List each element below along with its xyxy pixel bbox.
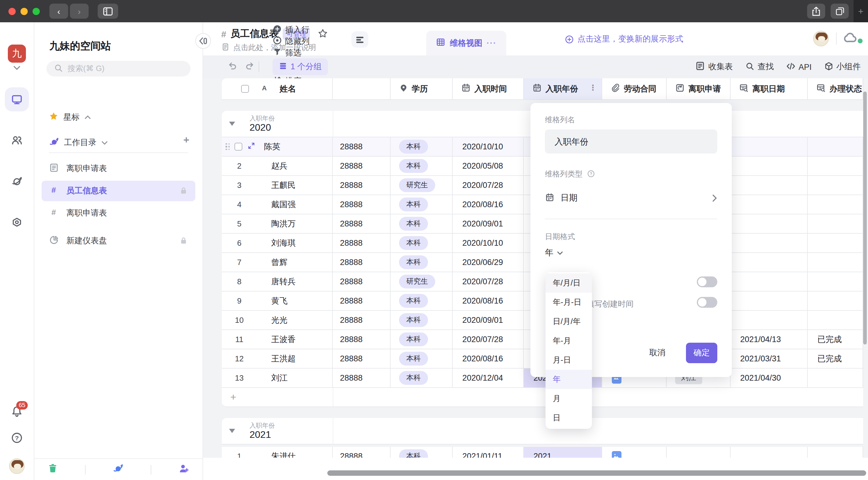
back-icon[interactable]: ‹ — [50, 4, 68, 19]
user-avatar[interactable] — [9, 458, 25, 474]
dropdown-option-年-月[interactable]: 年-月 — [546, 331, 592, 350]
space-switch-chevron-icon[interactable] — [13, 66, 21, 70]
invite-member-icon[interactable] — [178, 463, 189, 476]
sidebar-item-1[interactable]: #员工信息表 — [41, 181, 195, 201]
view-list-icon[interactable] — [351, 31, 368, 47]
trash-icon[interactable] — [48, 463, 58, 476]
date-format-select[interactable]: 年 — [545, 247, 563, 259]
close-window-button[interactable] — [8, 7, 16, 15]
field-name-input[interactable]: 入职年份 — [545, 130, 717, 153]
toolbar-收集表-button[interactable]: 收集表 — [695, 61, 733, 73]
select-all-checkbox[interactable] — [241, 85, 249, 93]
education-tag: 本科 — [399, 255, 428, 269]
toolbar-hide-field-button[interactable]: 隐藏列 — [273, 36, 328, 47]
column-header-入职时间[interactable]: 入职时间 — [453, 78, 524, 100]
column-header-离职日期[interactable]: 离职日期 — [731, 78, 808, 100]
dropdown-option-年/月/日[interactable]: 年/月/日 — [546, 273, 592, 293]
row-number: 10 — [222, 316, 257, 324]
drag-handle-icon[interactable] — [225, 143, 230, 150]
column-header-劳动合同[interactable]: 劳动合同 — [602, 78, 667, 100]
rail-workbench-icon[interactable] — [5, 87, 29, 111]
collapse-group-icon[interactable] — [229, 429, 235, 433]
toolbar-plus-circle-button[interactable]: 插入行 — [273, 24, 328, 36]
add-node-button[interactable]: + — [183, 134, 189, 146]
datasheet-hash-icon: # — [221, 29, 226, 39]
group-header-2021[interactable]: 入职年份 2021 — [222, 418, 863, 444]
column-header-blank[interactable] — [333, 78, 391, 100]
column-menu-dots-icon[interactable]: ⋮ — [589, 83, 597, 92]
confirm-button[interactable]: 确定 — [686, 343, 717, 363]
toolbar-查找-button[interactable]: 查找 — [745, 61, 774, 73]
cancel-button[interactable]: 取消 — [641, 343, 674, 363]
sidebar-item-0[interactable]: 离职申请表 — [41, 159, 195, 179]
sidebar-item-3[interactable]: 新建仪表盘 — [41, 231, 195, 251]
dropdown-option-月-日[interactable]: 月-日 — [546, 350, 592, 370]
dropdown-option-年-月-日[interactable]: 年-月-日 — [546, 293, 592, 312]
cell-leave-date: 2021/03/31 — [731, 349, 808, 368]
collapse-group-icon[interactable] — [229, 122, 235, 126]
sidebar-item-2[interactable]: #离职申请表 — [41, 203, 195, 224]
template-planet-icon[interactable] — [113, 463, 124, 476]
new-tab-icon[interactable]: + — [854, 0, 868, 22]
cell-hire-date: 2020/08/16 — [453, 195, 524, 214]
help-icon[interactable]: ? — [11, 432, 23, 446]
add-row-button[interactable]: + — [222, 388, 863, 407]
cell-status — [808, 447, 863, 458]
toolbar-group-button[interactable]: 1 个分组 — [273, 59, 328, 75]
notifications-bell-icon[interactable]: 65 — [11, 405, 23, 420]
tab-grid-view[interactable]: 维格视图 ··· — [426, 31, 506, 56]
cell-leave-date — [731, 292, 808, 310]
share-window-icon[interactable] — [807, 4, 825, 19]
link-field-icon — [675, 83, 685, 95]
dropdown-option-日[interactable]: 日 — [546, 408, 592, 427]
toolbar-小组件-button[interactable]: 小组件 — [824, 61, 861, 73]
column-header-入职年份[interactable]: 入职年份⋮ — [524, 78, 602, 100]
column-header-学历[interactable]: 学历 — [391, 78, 453, 100]
help-circle-icon[interactable]: ? — [587, 170, 595, 178]
collapse-sidebar-button[interactable] — [195, 33, 211, 49]
toolbar-funnel-button[interactable]: 筛选 — [273, 47, 328, 59]
field-type-select[interactable]: 日期 — [545, 187, 717, 209]
expand-record-icon[interactable] — [247, 141, 255, 152]
undo-icon[interactable] — [227, 61, 238, 73]
svg-text:?: ? — [590, 172, 592, 176]
paperclip-icon — [611, 83, 620, 95]
workdir-section[interactable]: 工作目录 — [49, 137, 108, 149]
dropdown-option-月[interactable]: 月 — [546, 389, 592, 408]
forward-icon[interactable]: › — [70, 4, 89, 19]
sidebar-item-label: 员工信息表 — [66, 185, 107, 196]
vertical-scrollbar[interactable] — [863, 92, 867, 344]
zoom-window-button[interactable] — [33, 7, 40, 15]
toolbar-API-button[interactable]: API — [786, 61, 812, 73]
redo-icon[interactable] — [245, 61, 255, 73]
table-row[interactable]: 1 朱进仕28888本科2021/01/112021 — [222, 447, 863, 458]
rail-discover-icon[interactable] — [5, 210, 29, 234]
notification-count-badge: 65 — [16, 401, 28, 410]
rail-templates-icon[interactable] — [5, 169, 29, 193]
rail-contacts-icon[interactable] — [5, 128, 29, 152]
cell-leave-date — [731, 272, 808, 291]
column-header-离职申请[interactable]: 离职申请 — [667, 78, 731, 100]
add-view-link[interactable]: 点击这里，变换新的展示形式 — [565, 34, 683, 44]
minimize-window-button[interactable] — [21, 7, 28, 15]
cell-status: 已完成 — [808, 349, 863, 368]
copy-window-icon[interactable] — [831, 4, 849, 19]
attachment-file-icon[interactable] — [612, 451, 621, 458]
education-tag: 本科 — [399, 294, 428, 308]
sidebar-toggle-icon[interactable] — [98, 4, 118, 19]
column-header-办理状态[interactable]: 办理状态 — [808, 78, 863, 100]
dropdown-option-年[interactable]: 年 — [546, 370, 592, 389]
row-checkbox[interactable] — [235, 143, 242, 150]
row-number: 5 — [222, 219, 257, 228]
autofill-created-time-toggle[interactable] — [697, 297, 717, 308]
horizontal-scrollbar[interactable] — [327, 470, 866, 476]
cell-salary: 28888 — [333, 311, 391, 330]
view-menu-dots-icon[interactable]: ··· — [487, 39, 497, 47]
dropdown-option-日/月/年[interactable]: 日/月/年 — [546, 312, 592, 331]
include-time-toggle[interactable] — [697, 276, 717, 287]
column-header-姓名[interactable]: A姓名 — [222, 78, 333, 100]
space-badge[interactable]: 九 — [8, 44, 26, 63]
starred-section[interactable]: 星标 — [49, 111, 91, 123]
collaborator-avatar[interactable] — [813, 31, 829, 46]
search-input[interactable]: 搜索(⌘ G) — [46, 61, 190, 76]
